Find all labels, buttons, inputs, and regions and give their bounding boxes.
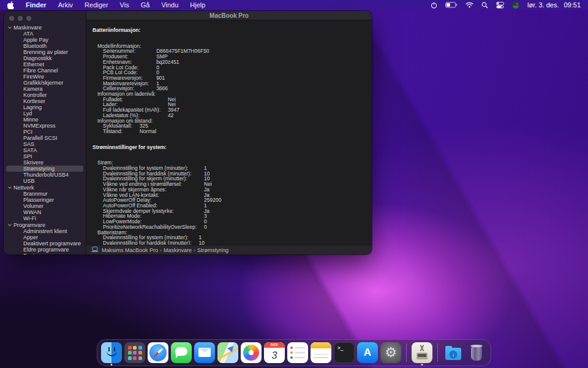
sidebar-item-fibre-channel[interactable]: Fibre Channel: [6, 67, 83, 74]
sidebar-item-apper[interactable]: Apper: [6, 234, 83, 240]
apple-menu-icon[interactable]: [7, 1, 14, 9]
control-center-icon[interactable]: [496, 2, 504, 9]
dock-messages-item[interactable]: [171, 342, 192, 363]
menubar-clock[interactable]: lør. 3. des. 09:51: [527, 1, 581, 9]
sidebar-item-apple-pay[interactable]: Apple Pay: [6, 37, 83, 43]
dock-system-settings-icon[interactable]: ⚙: [380, 342, 401, 363]
sidebar-item-parallell-scsi[interactable]: Parallell SCSI: [6, 135, 83, 141]
menu-arkiv[interactable]: Arkiv: [58, 1, 73, 9]
sidebar-item-bluetooth[interactable]: Bluetooth: [6, 43, 83, 49]
sidebar-item-kamera[interactable]: Kamera: [6, 86, 83, 92]
sidebar-item-sata[interactable]: SATA: [6, 147, 83, 153]
menu-finder[interactable]: Finder: [26, 1, 47, 9]
navigation-arrow: [227, 344, 235, 352]
dock-trash-item[interactable]: [466, 342, 487, 363]
dock-app-store-item[interactable]: A: [357, 342, 378, 363]
menubar-date: lør. 3. des.: [527, 1, 559, 9]
sidebar-item-kontroller[interactable]: Kontroller: [6, 92, 83, 98]
dock-trash-icon[interactable]: [466, 342, 487, 363]
sidebar-item-pci[interactable]: PCI: [6, 129, 83, 135]
sidebar-item-nvmexpress[interactable]: NVMExpress: [6, 123, 83, 129]
sidebar-item-ethernet[interactable]: Ethernet: [6, 61, 83, 67]
laptop-icon: [91, 247, 99, 253]
laptop-shape: [417, 353, 428, 359]
window-controls: [9, 16, 31, 21]
sidebar-item-eldre-programvare[interactable]: Eldre programvare: [6, 247, 83, 253]
dock-mail-icon[interactable]: [194, 342, 215, 363]
dock-notes-icon[interactable]: [311, 342, 331, 363]
sidebar-item-grafikk-skjermer[interactable]: Grafikk/skjermer: [6, 80, 83, 86]
minimize-button[interactable]: [18, 16, 23, 21]
sidebar-section-programvare[interactable]: Programvare: [4, 222, 86, 228]
sidebar-item-spi[interactable]: SPI: [6, 153, 83, 159]
dock-terminal-item[interactable]: >_: [334, 342, 355, 363]
dock-launchpad-item[interactable]: [124, 342, 145, 363]
sidebar-item-volumer[interactable]: Volumer: [6, 203, 83, 209]
dock-reminders-item[interactable]: [287, 342, 308, 363]
dock-safari-item[interactable]: [148, 342, 168, 363]
chip-clamp: [420, 345, 424, 351]
dock-terminal-icon[interactable]: >_: [334, 342, 355, 363]
sidebar-item-brannmur[interactable]: Brannmur: [6, 191, 83, 197]
dock-calendar-item[interactable]: DES3: [264, 342, 285, 363]
battery-icon[interactable]: [445, 2, 458, 8]
close-button[interactable]: [9, 16, 14, 21]
menu-vindu[interactable]: Vindu: [161, 1, 178, 9]
sidebar-item-sas[interactable]: SAS: [6, 141, 83, 147]
sidebar-item-firewire[interactable]: FireWire: [6, 74, 83, 80]
sidebar-item-administrert-klient[interactable]: Administrert klient: [6, 228, 83, 234]
dock-safari-icon[interactable]: [148, 342, 168, 363]
row-value: Normal: [140, 129, 156, 134]
zoom-button[interactable]: [26, 16, 31, 21]
sidebar-item-str-mstyring[interactable]: Strømstyring: [6, 166, 83, 172]
sidebar-item-diagnostikk[interactable]: Diagnostikk: [6, 55, 83, 61]
sidebar-section-maskinvare[interactable]: Maskinvare: [4, 25, 86, 31]
power-icon[interactable]: [431, 2, 437, 9]
dock-photos-item[interactable]: [241, 342, 262, 363]
sidebar-item-minne[interactable]: Minne: [6, 117, 83, 123]
sidebar-item-usb[interactable]: USB: [6, 178, 83, 184]
dock-calendar-icon[interactable]: DES3: [264, 342, 285, 363]
status-app-icon[interactable]: [512, 1, 519, 9]
menu-hjelp[interactable]: Hjelp: [190, 1, 205, 9]
menu-rediger[interactable]: Rediger: [85, 1, 108, 9]
sidebar-item-wwan[interactable]: WWAN: [6, 209, 83, 215]
dock-system-information-icon[interactable]: [412, 342, 432, 363]
dock-finder-icon[interactable]: [101, 342, 122, 363]
sidebar: MaskinvareATAApple PayBluetoothBrenning …: [4, 11, 86, 255]
dock-notes-item[interactable]: [311, 342, 331, 363]
dock-maps-icon[interactable]: [217, 342, 238, 363]
sidebar-item-plasseringer[interactable]: Plasseringer: [6, 197, 83, 203]
sidebar-item-deaktivert-programvare[interactable]: Deaktivert programvare: [6, 240, 83, 247]
wifi-icon[interactable]: [466, 2, 473, 8]
calendar-month-label: DES: [264, 342, 285, 348]
sidebar-item-ata[interactable]: ATA: [6, 31, 83, 37]
sidebar-item-skrivere[interactable]: Skrivere: [6, 159, 83, 166]
sidebar-item-lagring[interactable]: Lagring: [6, 104, 83, 110]
dock-downloads-item[interactable]: ↓: [443, 342, 464, 363]
sidebar-item-fonter[interactable]: Fonter: [6, 253, 83, 255]
title-bar[interactable]: MacBook Pro: [86, 11, 372, 20]
window-right-pane: MacBook Pro Batteriinformasjon:Modellinf…: [86, 11, 372, 255]
dock-reminders-icon[interactable]: [287, 342, 308, 363]
sidebar-item-lyd[interactable]: Lyd: [6, 110, 83, 117]
dock-maps-item[interactable]: [217, 342, 238, 363]
dock-launchpad-icon[interactable]: [124, 342, 145, 363]
dock-messages-icon[interactable]: [171, 342, 192, 363]
sidebar-item-wi-fi[interactable]: Wi-Fi: [6, 215, 83, 221]
sidebar-item-kortleser[interactable]: Kortleser: [6, 98, 83, 104]
sidebar-item-thunderbolt-usb4[interactable]: Thunderbolt/USB4: [6, 172, 83, 178]
dock-system-information-item[interactable]: [412, 342, 432, 363]
dock-system-settings-item[interactable]: ⚙: [380, 342, 401, 363]
dock-photos-icon[interactable]: [241, 342, 262, 363]
chevron-down-icon: [8, 223, 12, 226]
menu-g[interactable]: Gå: [141, 1, 150, 9]
search-icon[interactable]: [481, 2, 488, 9]
dock-mail-item[interactable]: [194, 342, 215, 363]
sidebar-item-brenning-av-plater[interactable]: Brenning av plater: [6, 49, 83, 55]
dock-finder-item[interactable]: [101, 342, 122, 363]
sidebar-section-nettverk[interactable]: Nettverk: [4, 185, 86, 191]
menu-vis[interactable]: Vis: [120, 1, 129, 9]
dock-downloads-icon[interactable]: ↓: [443, 342, 464, 363]
dock-app-store-icon[interactable]: A: [357, 342, 378, 363]
